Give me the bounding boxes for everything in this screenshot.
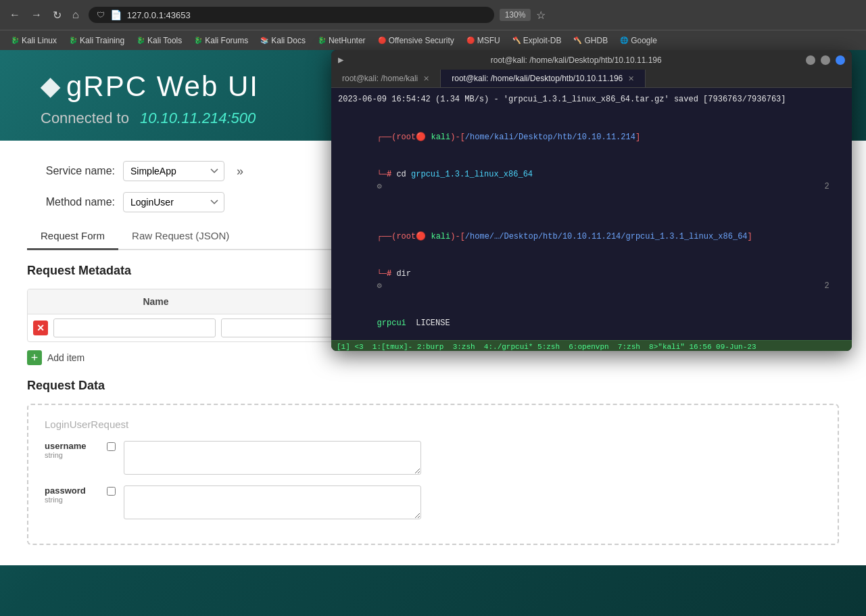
password-checkbox[interactable]	[107, 487, 116, 496]
bookmark-kali-tools-label: Kali Tools	[147, 36, 182, 45]
service-name-label: Service name:	[27, 165, 115, 177]
data-section-title: Request Data	[27, 379, 839, 393]
google-favicon: 🌐	[620, 37, 628, 44]
tab-icon: 📄	[110, 9, 122, 20]
kali-forums-favicon: 🐉	[194, 37, 202, 44]
username-field-name: username	[45, 441, 99, 451]
reload-button[interactable]: ↻	[49, 7, 66, 23]
method-name-label: Method name:	[27, 196, 115, 208]
terminal-titlebar: ▶ root@kali: /home/kali/Desktop/htb/10.1…	[331, 50, 852, 70]
terminal-tab-1[interactable]: root@kali: /home/kali ✕	[331, 70, 441, 87]
username-label-block: username string	[45, 441, 99, 459]
zoom-badge: 130%	[500, 9, 531, 21]
terminal-dir-output: grpcui LICENSE	[338, 305, 845, 340]
bookmark-exploit-db[interactable]: 🪓 Exploit-DB	[507, 34, 567, 47]
grpc-title: gRPC Web UI	[66, 70, 259, 103]
terminal-line-blank2	[338, 206, 845, 218]
bookmark-google[interactable]: 🌐 Google	[615, 34, 663, 47]
password-textarea[interactable]	[124, 485, 421, 519]
login-request-label: LoginUserRequest	[45, 419, 821, 430]
metadata-name-input[interactable]	[53, 318, 216, 337]
service-name-select[interactable]: SimpleApp	[123, 161, 224, 181]
bookmark-kali-tools[interactable]: 🐉 Kali Tools	[131, 34, 187, 47]
kali-linux-favicon: 🐉	[11, 37, 19, 44]
bookmark-nethunter[interactable]: 🐉 NetHunter	[312, 34, 371, 47]
bookmark-exploit-db-label: Exploit-DB	[523, 36, 562, 45]
bookmark-offensive-security[interactable]: 🔴 Offensive Security	[372, 34, 460, 47]
username-textarea[interactable]	[124, 441, 421, 475]
request-data-box: LoginUserRequest username string passw	[27, 404, 839, 545]
tab-raw-request[interactable]: Raw Request (JSON)	[118, 223, 243, 250]
bookmark-ghdb[interactable]: 🪓 GHDB	[568, 34, 613, 47]
nethunter-favicon: 🐉	[318, 37, 326, 44]
service-arrow-button[interactable]: »	[233, 163, 247, 180]
terminal-cmd-1: └─# cd grpcui_1.3.1_linux_x86_64 2 ⚙	[338, 156, 845, 205]
nav-buttons: ← → ↻ ⌂	[5, 7, 83, 23]
kali-docs-favicon: 📚	[260, 37, 268, 44]
terminal-window: ▶ root@kali: /home/kali/Desktop/htb/10.1…	[331, 50, 852, 351]
bookmark-ghdb-label: GHDB	[584, 36, 608, 45]
username-field-row: username string	[45, 441, 821, 475]
terminal-tab-2-label: root@kali: /home/kali/Desktop/htb/10.10.…	[452, 74, 623, 83]
connected-address: 10.10.11.214:500	[140, 110, 256, 126]
terminal-tab-2[interactable]: root@kali: /home/kali/Desktop/htb/10.10.…	[441, 70, 646, 87]
terminal-body[interactable]: 2023-06-09 16:54:42 (1.34 MB/s) - 'grpcu…	[331, 88, 852, 340]
request-data-section: Request Data LoginUserRequest username s…	[27, 379, 839, 545]
terminal-tab-2-close[interactable]: ✕	[628, 74, 634, 83]
back-button[interactable]: ←	[5, 7, 24, 23]
terminal-tab-1-label: root@kali: /home/kali	[342, 74, 418, 83]
bookmark-kali-linux-label: Kali Linux	[22, 36, 57, 45]
terminal-line-blank1	[338, 106, 845, 118]
bookmark-msfu[interactable]: 🔴 MSFU	[461, 34, 506, 47]
msfu-favicon: 🔴	[466, 37, 475, 44]
minimize-button[interactable]	[806, 55, 815, 65]
address-text: 127.0.0.1:43653	[127, 10, 191, 20]
bookmark-star-button[interactable]: ☆	[536, 9, 546, 22]
terminal-title: root@kali: /home/kali/Desktop/htb/10.10.…	[352, 55, 800, 65]
bookmark-kali-forums[interactable]: 🐉 Kali Forums	[189, 34, 254, 47]
connected-label: Connected to	[41, 110, 129, 126]
forward-button[interactable]: →	[27, 7, 46, 23]
terminal-status-bar: [1] <3 1:[tmux]- 2:burp 3:zsh 4:./grpcui…	[331, 340, 852, 351]
username-checkbox[interactable]	[107, 442, 116, 451]
offensive-security-favicon: 🔴	[378, 37, 386, 44]
bookmark-msfu-label: MSFU	[477, 36, 500, 45]
terminal-prompt-2: ┌──(root🔴 kali)-[/home/…/Desktop/htb/10.…	[338, 218, 845, 255]
close-button[interactable]	[836, 55, 845, 65]
maximize-button[interactable]	[821, 55, 830, 65]
bookmark-kali-docs[interactable]: 📚 Kali Docs	[255, 34, 311, 47]
terminal-tab-1-close[interactable]: ✕	[423, 74, 429, 83]
tab-request-form[interactable]: Request Form	[27, 223, 118, 250]
terminal-line-download: 2023-06-09 16:54:42 (1.34 MB/s) - 'grpcu…	[338, 93, 845, 105]
home-button[interactable]: ⌂	[68, 7, 83, 23]
shield-icon: 🛡	[97, 10, 105, 20]
bookmark-kali-forums-label: Kali Forums	[205, 36, 248, 45]
username-field-type: string	[45, 451, 99, 459]
password-field-row: password string	[45, 485, 821, 519]
kali-training-favicon: 🐉	[69, 37, 77, 44]
password-field-name: password	[45, 485, 99, 496]
kali-tools-favicon: 🐉	[137, 37, 145, 44]
password-label-block: password string	[45, 485, 99, 504]
exploit-db-favicon: 🪓	[512, 37, 521, 44]
method-name-select[interactable]: LoginUser	[123, 192, 224, 212]
terminal-icon: ▶	[338, 54, 343, 66]
bookmarks-bar: 🐉 Kali Linux 🐉 Kali Training 🐉 Kali Tool…	[0, 30, 866, 50]
password-field-type: string	[45, 496, 99, 504]
terminal-tabs: root@kali: /home/kali ✕ root@kali: /home…	[331, 70, 852, 88]
browser-chrome: ← → ↻ ⌂ 🛡 📄 127.0.0.1:43653 130% ☆ 🐉 Kal…	[0, 0, 866, 50]
address-bar[interactable]: 🛡 📄 127.0.0.1:43653	[89, 7, 494, 23]
bookmark-kali-docs-label: Kali Docs	[271, 36, 306, 45]
delete-metadata-button[interactable]: ✕	[33, 321, 48, 335]
grpc-logo-icon: ◆	[41, 72, 59, 101]
bookmark-kali-training[interactable]: 🐉 Kali Training	[64, 34, 130, 47]
bookmark-offensive-security-label: Offensive Security	[389, 36, 454, 45]
terminal-cmd-2: └─# dir 2 ⚙	[338, 256, 845, 304]
bookmark-kali-linux[interactable]: 🐉 Kali Linux	[5, 34, 62, 47]
add-item-label: Add item	[47, 352, 85, 363]
ghdb-favicon: 🪓	[573, 37, 581, 44]
bookmark-kali-training-label: Kali Training	[80, 36, 124, 45]
add-item-row: + Add item	[27, 350, 839, 365]
terminal-prompt-1: ┌──(root🔴 kali)-[/home/kali/Desktop/htb/…	[338, 119, 845, 156]
add-item-button[interactable]: +	[27, 350, 42, 365]
